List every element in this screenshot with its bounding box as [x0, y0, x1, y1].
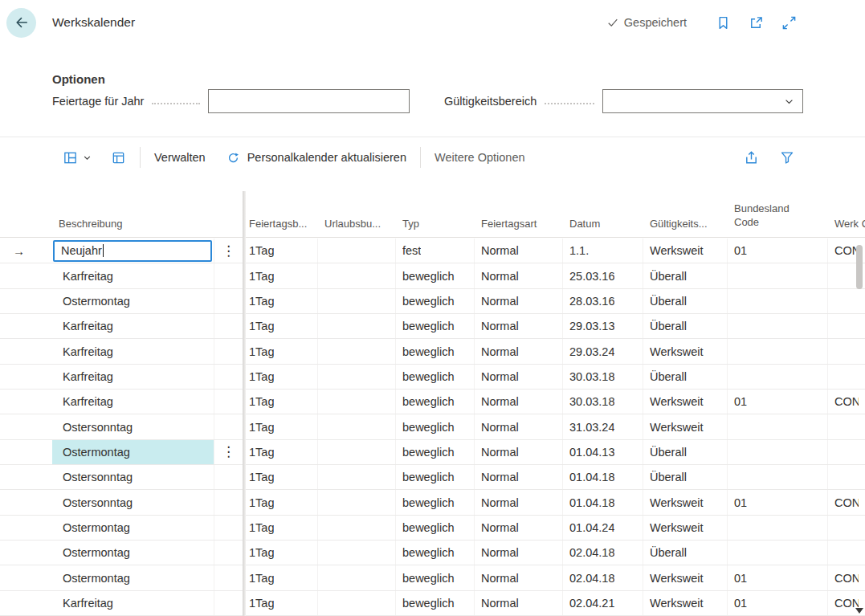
- cell-beschreibung[interactable]: Ostermontag: [52, 541, 214, 565]
- cell-typ[interactable]: beweglich: [396, 339, 475, 363]
- cell-feiertagsbuchung[interactable]: 1Tag: [243, 591, 318, 615]
- share-button[interactable]: [744, 150, 759, 165]
- cell-datum[interactable]: 02.04.21: [563, 591, 643, 615]
- cell-feiertagsbuchung[interactable]: 1Tag: [243, 465, 318, 489]
- cell-typ[interactable]: beweglich: [396, 516, 475, 540]
- cell-urlaubsbuchung[interactable]: [318, 465, 396, 489]
- scrollbar-thumb[interactable]: [856, 245, 863, 289]
- cell-feiertagsbuchung[interactable]: 1Tag: [243, 516, 318, 540]
- col-werk-code[interactable]: Werk Co: [828, 218, 865, 237]
- cell-bundesland-code[interactable]: [728, 516, 828, 540]
- col-urlaubsbuchung[interactable]: Urlaubsbu...: [318, 218, 396, 237]
- cell-datum[interactable]: 25.03.16: [563, 263, 643, 288]
- cell-urlaubsbuchung[interactable]: [318, 565, 396, 589]
- cell-bundesland-code[interactable]: [728, 263, 828, 288]
- year-input[interactable]: [208, 89, 410, 113]
- beschreibung-edit-input[interactable]: Neujahr: [53, 240, 212, 262]
- cell-gueltigkeitsbereich[interactable]: Überall: [643, 541, 728, 565]
- cell-gueltigkeitsbereich[interactable]: Überall: [643, 314, 728, 338]
- cell-typ[interactable]: beweglich: [396, 440, 475, 464]
- cell-gueltigkeitsbereich[interactable]: Werksweit: [643, 414, 728, 439]
- cell-bundesland-code[interactable]: 01: [728, 239, 828, 263]
- cell-gueltigkeitsbereich[interactable]: Werksweit: [643, 339, 728, 363]
- cell-urlaubsbuchung[interactable]: [318, 263, 396, 288]
- cell-gueltigkeitsbereich[interactable]: Werksweit: [643, 516, 728, 540]
- cell-bundesland-code[interactable]: 01: [728, 490, 828, 514]
- cell-feiertagsart[interactable]: Normal: [475, 516, 563, 540]
- col-feiertagsbuchung[interactable]: Feiertagsb...: [243, 218, 318, 237]
- cell-urlaubsbuchung[interactable]: [318, 390, 396, 414]
- cell-urlaubsbuchung[interactable]: [318, 541, 396, 565]
- cell-bundesland-code[interactable]: [728, 465, 828, 489]
- cell-datum[interactable]: 30.03.18: [563, 390, 643, 414]
- bookmark-button[interactable]: [716, 15, 731, 31]
- views-button[interactable]: [63, 150, 92, 165]
- cell-typ[interactable]: beweglich: [396, 414, 475, 439]
- cell-typ[interactable]: beweglich: [396, 289, 475, 313]
- cell-beschreibung[interactable]: Ostersonntag: [52, 490, 214, 514]
- cell-beschreibung[interactable]: Karfreitag: [52, 339, 214, 363]
- cell-feiertagsbuchung[interactable]: 1Tag: [243, 490, 318, 514]
- cell-beschreibung[interactable]: Ostermontag: [52, 565, 214, 589]
- cell-feiertagsbuchung[interactable]: 1Tag: [243, 263, 318, 288]
- cell-feiertagsbuchung[interactable]: 1Tag: [243, 365, 318, 389]
- row-menu-button[interactable]: ⋮: [214, 440, 243, 464]
- cell-feiertagsart[interactable]: Normal: [475, 541, 563, 565]
- col-datum[interactable]: Datum: [563, 218, 643, 237]
- cell-bundesland-code[interactable]: [728, 440, 828, 464]
- cell-datum[interactable]: 01.04.18: [563, 490, 643, 514]
- cell-gueltigkeitsbereich[interactable]: Werksweit: [643, 565, 728, 589]
- cell-typ[interactable]: beweglich: [396, 490, 475, 514]
- cell-urlaubsbuchung[interactable]: [318, 365, 396, 389]
- cell-feiertagsart[interactable]: Normal: [475, 465, 563, 489]
- cell-feiertagsart[interactable]: Normal: [475, 440, 563, 464]
- scroll-down-arrow-icon[interactable]: [855, 608, 863, 614]
- cell-feiertagsart[interactable]: Normal: [475, 565, 563, 589]
- cell-beschreibung[interactable]: Ostermontag: [52, 289, 214, 313]
- cell-beschreibung[interactable]: Karfreitag: [52, 591, 214, 615]
- cell-bundesland-code[interactable]: [728, 365, 828, 389]
- scope-select[interactable]: [602, 89, 803, 113]
- cell-datum[interactable]: 28.03.16: [563, 289, 643, 313]
- cell-bundesland-code[interactable]: [728, 289, 828, 313]
- sheet-view-button[interactable]: [111, 150, 126, 165]
- cell-beschreibung[interactable]: Karfreitag: [52, 263, 214, 288]
- cell-feiertagsbuchung[interactable]: 1Tag: [243, 565, 318, 589]
- cell-bundesland-code[interactable]: [728, 339, 828, 363]
- col-bundesland-code[interactable]: Bundesland Code: [728, 202, 792, 237]
- cell-typ[interactable]: fest: [396, 239, 475, 263]
- cell-urlaubsbuchung[interactable]: [318, 314, 396, 338]
- cell-beschreibung[interactable]: Ostersonntag: [52, 465, 214, 489]
- cell-datum[interactable]: 02.04.18: [563, 565, 643, 589]
- cell-beschreibung[interactable]: Ostermontag: [52, 516, 214, 540]
- cell-gueltigkeitsbereich[interactable]: Überall: [643, 465, 728, 489]
- cell-gueltigkeitsbereich[interactable]: Überall: [643, 263, 728, 288]
- cell-typ[interactable]: beweglich: [396, 541, 475, 565]
- cell-gueltigkeitsbereich[interactable]: Überall: [643, 289, 728, 313]
- cell-datum[interactable]: 29.03.24: [563, 339, 643, 363]
- cell-beschreibung[interactable]: Karfreitag: [52, 314, 214, 338]
- cell-feiertagsart[interactable]: Normal: [475, 490, 563, 514]
- back-button[interactable]: [6, 8, 36, 38]
- cell-datum[interactable]: 01.04.24: [563, 516, 643, 540]
- open-in-window-button[interactable]: [749, 15, 764, 31]
- cell-datum[interactable]: 01.04.13: [563, 440, 643, 464]
- cell-feiertagsart[interactable]: Normal: [475, 390, 563, 414]
- cell-urlaubsbuchung[interactable]: [318, 414, 396, 439]
- cell-feiertagsart[interactable]: Normal: [475, 314, 563, 338]
- cell-typ[interactable]: beweglich: [396, 263, 475, 288]
- cell-urlaubsbuchung[interactable]: [318, 591, 396, 615]
- cell-feiertagsbuchung[interactable]: 1Tag: [243, 541, 318, 565]
- col-typ[interactable]: Typ: [396, 218, 475, 237]
- cell-datum[interactable]: 01.04.18: [563, 465, 643, 489]
- cell-urlaubsbuchung[interactable]: [318, 490, 396, 514]
- cell-feiertagsart[interactable]: Normal: [475, 365, 563, 389]
- col-feiertagsart[interactable]: Feiertagsart: [475, 218, 563, 237]
- cell-datum[interactable]: 29.03.13: [563, 314, 643, 338]
- cell-gueltigkeitsbereich[interactable]: Werksweit: [643, 239, 728, 263]
- filter-button[interactable]: [780, 150, 794, 165]
- cell-feiertagsart[interactable]: Normal: [475, 289, 563, 313]
- cell-beschreibung[interactable]: Karfreitag: [52, 365, 214, 389]
- cell-typ[interactable]: beweglich: [396, 565, 475, 589]
- cell-urlaubsbuchung[interactable]: [318, 339, 396, 363]
